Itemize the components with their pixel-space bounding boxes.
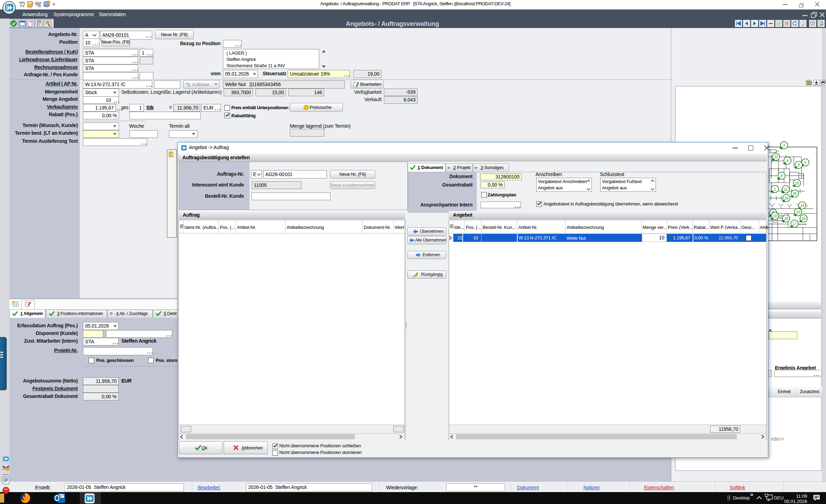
- svg-text:34: 34: [785, 196, 789, 200]
- svg-text:25: 25: [793, 192, 797, 196]
- svg-text:23: 23: [796, 210, 800, 214]
- svg-text:1: 1: [774, 187, 776, 191]
- svg-text:8: 8: [780, 174, 783, 178]
- svg-text:18: 18: [784, 217, 788, 220]
- svg-text:11: 11: [784, 188, 788, 191]
- svg-text:3: 3: [783, 144, 785, 147]
- svg-text:9: 9: [798, 163, 800, 167]
- svg-text:14: 14: [800, 204, 804, 208]
- svg-text:19: 19: [773, 214, 777, 218]
- svg-text:10: 10: [795, 181, 799, 185]
- svg-text:5: 5: [804, 161, 806, 164]
- svg-text:4: 4: [786, 159, 789, 163]
- svg-text:17: 17: [793, 222, 797, 226]
- svg-text:16: 16: [802, 217, 806, 220]
- svg-text:22: 22: [774, 155, 778, 159]
